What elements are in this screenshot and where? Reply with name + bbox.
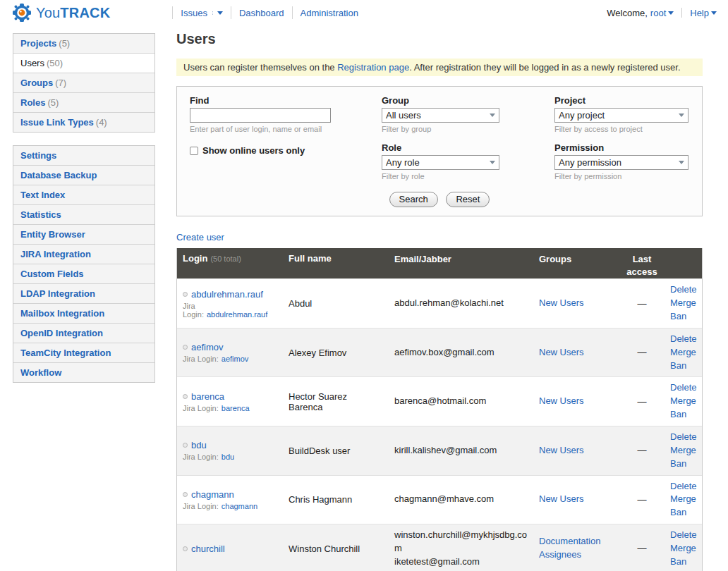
issues-dropdown[interactable] <box>212 11 223 15</box>
nav-dashboard[interactable]: Dashboard <box>231 6 292 19</box>
column-header-email: Email/Jabber <box>389 253 533 266</box>
ban-user-link[interactable]: Ban <box>670 506 700 520</box>
sidebar-item-mailbox-integration[interactable]: Mailbox Integration <box>13 304 154 324</box>
sidebar-item-groups[interactable]: Groups(7) <box>13 73 154 93</box>
row-actions: DeleteMergeBan <box>667 529 703 569</box>
table-row: abdulrehman.rauf Jira Login:abdulrehman.… <box>177 278 702 328</box>
email-cell: kirill.kalishev@gmail.com <box>389 444 533 458</box>
login-sub-value-link[interactable]: bdu <box>222 453 234 461</box>
user-menu[interactable]: root <box>650 8 674 18</box>
nav-issues[interactable]: Issues <box>172 6 231 19</box>
divider <box>681 8 682 18</box>
group-link[interactable]: New Users <box>539 347 584 357</box>
sidebar-item-issue-link-types[interactable]: Issue Link Types(4) <box>13 113 154 132</box>
show-online-checkbox[interactable]: Show online users only <box>190 145 382 156</box>
login-sub-label: Jira Login: <box>183 453 219 461</box>
create-user-link[interactable]: Create user <box>176 232 224 242</box>
group-link[interactable]: Documentation Assignees <box>539 536 600 560</box>
merge-user-link[interactable]: Merge <box>670 493 700 506</box>
nav-administration[interactable]: Administration <box>292 6 366 19</box>
project-select[interactable]: Any project <box>554 108 688 123</box>
group-link[interactable]: New Users <box>539 493 584 504</box>
sidebar-item-ldap-integration[interactable]: LDAP Integration <box>13 284 154 304</box>
checkbox-icon[interactable] <box>190 147 198 155</box>
sidebar-item-database-backup[interactable]: Database Backup <box>13 166 154 185</box>
groups-cell: New Users <box>533 346 617 360</box>
delete-user-link[interactable]: Delete <box>670 431 700 444</box>
sidebar-item-statistics[interactable]: Statistics <box>13 205 154 225</box>
chevron-down-icon <box>490 113 495 117</box>
merge-user-link[interactable]: Merge <box>670 395 700 408</box>
role-select[interactable]: Any role <box>382 155 499 170</box>
groups-cell: New Users <box>533 297 617 310</box>
merge-user-link[interactable]: Merge <box>670 444 700 458</box>
user-status-icon <box>183 492 188 497</box>
login-sub-label: Jira Login: <box>183 355 219 363</box>
youtrack-logo[interactable]: YouTRACK <box>13 4 110 22</box>
help-menu[interactable]: Help <box>690 8 717 18</box>
user-status-icon <box>183 443 188 448</box>
user-login-link[interactable]: churchill <box>191 544 225 554</box>
sidebar-item-projects[interactable]: Projects(5) <box>13 34 154 54</box>
merge-user-link[interactable]: Merge <box>670 542 700 555</box>
login-sub-value-link[interactable]: chagmann <box>222 502 257 510</box>
role-label: Role <box>382 142 554 153</box>
ban-user-link[interactable]: Ban <box>670 555 700 569</box>
info-banner: Users can register themselves on the Reg… <box>176 59 703 76</box>
ban-user-link[interactable]: Ban <box>670 408 700 422</box>
sidebar-item-workflow[interactable]: Workflow <box>13 363 154 382</box>
last-access-cell: — <box>617 542 667 555</box>
group-link[interactable]: New Users <box>539 395 584 406</box>
sidebar-item-users[interactable]: Users(50) <box>13 54 154 73</box>
login-sub-value-link[interactable]: barenca <box>222 404 250 412</box>
merge-user-link[interactable]: Merge <box>670 346 700 360</box>
group-link[interactable]: New Users <box>539 445 584 455</box>
login-sub-value-link[interactable]: aefimov <box>222 355 249 363</box>
sidebar-item-custom-fields[interactable]: Custom Fields <box>13 264 154 284</box>
group-label: Group <box>382 95 554 106</box>
login-sub-label: Jira Login: <box>183 302 204 319</box>
ban-user-link[interactable]: Ban <box>670 360 700 373</box>
group-select[interactable]: All users <box>382 108 499 123</box>
sidebar-item-entity-browser[interactable]: Entity Browser <box>13 225 154 245</box>
user-login-link[interactable]: abdulrehman.rauf <box>191 289 263 300</box>
find-input[interactable] <box>190 108 331 123</box>
delete-user-link[interactable]: Delete <box>670 333 700 346</box>
column-header-groups: Groups <box>533 253 617 266</box>
delete-user-link[interactable]: Delete <box>670 283 700 297</box>
merge-user-link[interactable]: Merge <box>670 297 700 310</box>
user-login-link[interactable]: aefimov <box>191 342 224 352</box>
sidebar-group-settings: SettingsDatabase BackupText IndexStatist… <box>13 145 155 383</box>
reset-button[interactable]: Reset <box>446 192 490 207</box>
user-login-link[interactable]: barenca <box>191 391 224 402</box>
permission-select[interactable]: Any permission <box>554 155 688 170</box>
sidebar-item-jira-integration[interactable]: JIRA Integration <box>13 245 154 264</box>
sidebar-item-settings[interactable]: Settings <box>13 146 154 166</box>
user-login-link[interactable]: chagmann <box>191 489 234 500</box>
ban-user-link[interactable]: Ban <box>670 310 700 324</box>
sidebar-item-openid-integration[interactable]: OpenID Integration <box>13 324 154 343</box>
ban-user-link[interactable]: Ban <box>670 458 700 471</box>
welcome-text: Welcome, <box>607 8 648 18</box>
login-cell: churchill <box>177 544 283 554</box>
sidebar-item-teamcity-integration[interactable]: TeamCity Integration <box>13 343 154 363</box>
delete-user-link[interactable]: Delete <box>670 480 700 493</box>
delete-user-link[interactable]: Delete <box>670 529 700 542</box>
sidebar-item-roles[interactable]: Roles(5) <box>13 93 154 113</box>
login-cell: aefimov Jira Login:aefimov <box>177 342 283 363</box>
group-link[interactable]: New Users <box>539 297 584 308</box>
row-actions: DeleteMergeBan <box>667 381 703 422</box>
nav-issues-link[interactable]: Issues <box>181 8 207 18</box>
find-hint: Enter part of user login, name or email <box>190 125 382 133</box>
login-sub-value-link[interactable]: abdulrehman.rauf <box>207 310 267 319</box>
project-label: Project <box>554 95 689 106</box>
table-row: churchill Winston Churchill winston.chur… <box>177 524 702 571</box>
search-button[interactable]: Search <box>389 192 438 207</box>
user-login-link[interactable]: bdu <box>191 440 207 450</box>
registration-page-link[interactable]: Registration page <box>337 62 409 73</box>
project-hint: Filter by access to project <box>554 125 689 133</box>
groups-cell: New Users <box>533 395 617 408</box>
delete-user-link[interactable]: Delete <box>670 381 700 395</box>
row-actions: DeleteMergeBan <box>667 480 703 520</box>
sidebar-item-text-index[interactable]: Text Index <box>13 185 154 205</box>
